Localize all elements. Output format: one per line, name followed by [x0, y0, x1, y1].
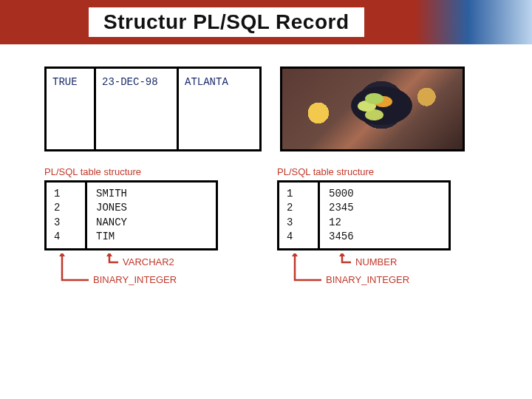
left-table: 1 2 3 4 SMITH JONES NANCY TIM	[44, 180, 218, 250]
record-cell-image	[280, 66, 465, 151]
value-type-label: VARCHAR2	[123, 256, 174, 267]
arrow-head-icon	[339, 253, 345, 256]
right-table: 1 2 3 4 5000 2345 12 3456	[277, 180, 451, 250]
arrow-head-icon	[59, 253, 65, 256]
left-index-column: 1 2 3 4	[47, 183, 87, 248]
left-table-block: PL/SQL table structure 1 2 3 4 SMITH JON…	[44, 166, 218, 313]
right-arrows: NUMBER BINARY_INTEGER	[277, 253, 451, 313]
right-value-column: 5000 2345 12 3456	[320, 183, 449, 248]
right-table-caption: PL/SQL table structure	[277, 166, 451, 177]
title-bar: Structur PL/SQL Record	[0, 0, 532, 44]
slide-content: TRUE 23-DEC-98 ATLANTA PL/SQL table stru…	[0, 44, 532, 313]
tables-row: PL/SQL table structure 1 2 3 4 SMITH JON…	[44, 166, 488, 313]
table-cell: 1	[287, 188, 310, 200]
left-value-column: SMITH JONES NANCY TIM	[87, 183, 216, 248]
table-cell: JONES	[96, 202, 207, 214]
table-cell: 3456	[329, 231, 440, 243]
left-arrows: VARCHAR2 BINARY_INTEGER	[44, 253, 218, 313]
arrow-to-index-column	[295, 253, 321, 280]
record-cell-city: ATLANTA	[177, 66, 262, 151]
slide-title: Structur PL/SQL Record	[89, 7, 364, 37]
right-index-column: 1 2 3 4	[279, 183, 320, 248]
record-cell-boolean: TRUE	[44, 66, 96, 151]
table-cell: 2345	[329, 202, 440, 214]
table-cell: 2	[54, 202, 78, 214]
arrow-head-icon	[292, 253, 298, 256]
index-type-label: BINARY_INTEGER	[326, 274, 409, 285]
arrow-head-icon	[106, 253, 112, 256]
right-table-block: PL/SQL table structure 1 2 3 4 5000 2345…	[277, 166, 451, 313]
table-cell: NANCY	[96, 216, 207, 229]
index-type-label: BINARY_INTEGER	[93, 274, 177, 285]
left-table-caption: PL/SQL table structure	[44, 166, 218, 177]
record-row: TRUE 23-DEC-98 ATLANTA	[44, 66, 488, 151]
record-cell-date: 23-DEC-98	[94, 66, 179, 151]
still-life-image	[282, 69, 463, 149]
arrow-to-index-column	[62, 253, 89, 280]
table-cell: 12	[329, 216, 440, 229]
table-cell: 2	[287, 202, 310, 214]
table-cell: 4	[287, 231, 310, 243]
table-cell: TIM	[96, 231, 207, 243]
table-cell: 1	[54, 188, 78, 200]
table-cell: 4	[54, 231, 78, 243]
value-type-label: NUMBER	[355, 256, 397, 267]
table-cell: 5000	[329, 188, 440, 200]
table-cell: 3	[54, 216, 78, 229]
table-cell: SMITH	[96, 188, 207, 200]
table-cell: 3	[287, 216, 310, 229]
